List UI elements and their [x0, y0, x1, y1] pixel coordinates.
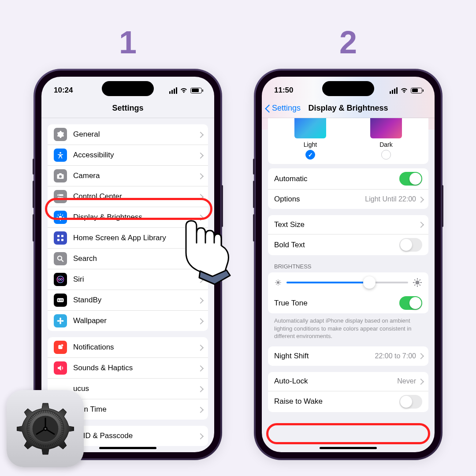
dynamic-island: [322, 81, 374, 96]
pointing-hand-icon: [168, 218, 234, 289]
chevron-right-icon: [198, 132, 202, 138]
settings-row-camera[interactable]: Camera: [48, 166, 208, 186]
chevron-right-icon: [198, 407, 202, 413]
dynamic-island: [102, 81, 154, 96]
settings-row-sounds-haptics[interactable]: Sounds & Haptics: [48, 358, 208, 379]
home-grid-icon: [54, 231, 67, 245]
toggle-automatic[interactable]: [399, 172, 422, 186]
svg-rect-14: [57, 235, 60, 237]
row-detail: Light Until 22:00: [365, 195, 416, 203]
page-title: Settings: [112, 104, 143, 113]
svg-line-79: [47, 444, 47, 447]
row-label: Raise to Wake: [274, 397, 399, 406]
row-label: ucus: [73, 384, 198, 393]
chevron-right-icon: [198, 152, 202, 158]
svg-point-30: [61, 344, 63, 346]
row-label: Sounds & Haptics: [73, 364, 198, 372]
svg-line-48: [420, 279, 420, 280]
gear-icon: [54, 128, 67, 141]
brightness-icon: [54, 211, 67, 224]
appearance-option-light[interactable]: Light: [272, 118, 348, 160]
svg-point-26: [60, 322, 61, 324]
row-label: Camera: [73, 171, 198, 180]
appearance-option-dark[interactable]: Dark: [348, 118, 424, 160]
row-label: Notifications: [73, 343, 198, 352]
row-label: StandBy: [73, 296, 198, 305]
toggle-bold-text[interactable]: [399, 238, 422, 252]
toggle-true-tone[interactable]: [399, 296, 422, 310]
svg-rect-17: [61, 239, 63, 241]
settings-row-wallpaper[interactable]: Wallpaper: [48, 311, 208, 331]
speaker-icon: [54, 361, 67, 375]
row-bold-text[interactable]: Bold Text: [268, 234, 428, 255]
svg-point-5: [59, 216, 62, 219]
settings-row-control-center[interactable]: Control Center: [48, 186, 208, 207]
nav-bar: Settings Display & Brightness: [262, 99, 435, 118]
row-automatic[interactable]: Automatic: [268, 168, 428, 190]
svg-point-0: [60, 152, 61, 154]
row-night-shift[interactable]: Night Shift22:00 to 7:00: [268, 346, 428, 366]
row-raise-to-wake[interactable]: Raise to Wake: [268, 391, 428, 412]
chevron-right-icon: [419, 353, 422, 359]
chevron-right-icon: [198, 386, 202, 392]
settings-row-standby[interactable]: 9:41StandBy: [48, 290, 208, 311]
svg-line-36: [276, 281, 277, 282]
clock: 11:50: [274, 86, 293, 95]
page-title: Display & Brightness: [308, 104, 388, 113]
svg-line-81: [43, 444, 44, 447]
true-tone-footer: Automatically adapt iPhone display based…: [262, 313, 435, 340]
svg-line-13: [62, 215, 63, 216]
sun-large-icon: [413, 278, 422, 287]
chevron-right-icon: [198, 194, 202, 200]
toggle-raise-to-wake[interactable]: [399, 395, 422, 409]
svg-point-2: [58, 195, 59, 196]
brightness-slider[interactable]: [286, 282, 408, 283]
row-true-tone[interactable]: True Tone: [268, 293, 428, 313]
row-label: Control Center: [73, 192, 198, 201]
appearance-picker: Light Dark: [268, 118, 428, 164]
svg-line-12: [58, 219, 59, 220]
step-number-1: 1: [119, 24, 137, 60]
chevron-left-icon: [265, 104, 271, 113]
row-label: Wallpaper: [73, 316, 198, 325]
row-label: Text Size: [274, 220, 419, 229]
chevron-right-icon: [419, 379, 422, 384]
back-button[interactable]: Settings: [265, 104, 301, 113]
settings-app-icon: [7, 390, 84, 467]
wifi-icon: [400, 88, 408, 93]
appearance-label: Dark: [348, 141, 424, 148]
chevron-right-icon: [198, 365, 202, 371]
search-icon: [54, 252, 67, 265]
row-label: Night Shift: [274, 352, 375, 361]
svg-line-37: [279, 284, 280, 285]
siri-icon: [54, 273, 67, 286]
row-label: Auto-Lock: [274, 377, 397, 386]
row-label: Automatic: [274, 175, 399, 183]
battery-icon: [190, 88, 202, 93]
row-text-size[interactable]: Text Size: [268, 215, 428, 234]
row-label: Bold Text: [274, 241, 399, 249]
standby-icon: 9:41: [54, 294, 67, 307]
signal-icon: [390, 87, 398, 94]
row-detail: 22:00 to 7:00: [375, 352, 416, 360]
light-thumbnail: [294, 118, 326, 138]
settings-row-notifications[interactable]: Notifications: [48, 337, 208, 358]
svg-point-31: [277, 281, 279, 284]
svg-line-51: [47, 410, 47, 413]
svg-rect-15: [61, 235, 63, 237]
settings-row-general[interactable]: General: [48, 124, 208, 145]
chevron-right-icon: [419, 197, 422, 202]
svg-line-64: [61, 427, 63, 427]
row-label: reen Time: [73, 405, 198, 414]
svg-line-47: [414, 285, 415, 286]
clock: 10:24: [54, 86, 73, 95]
row-options[interactable]: OptionsLight Until 22:00: [268, 190, 428, 209]
svg-point-27: [57, 320, 60, 322]
row-auto-lock[interactable]: Auto-LockNever: [268, 372, 428, 391]
step-number-2: 2: [339, 24, 357, 60]
svg-rect-16: [57, 239, 60, 241]
switches-icon: [54, 190, 67, 203]
settings-row-accessibility[interactable]: Accessibility: [48, 145, 208, 166]
highlight-raise-to-wake: [266, 423, 430, 444]
svg-point-116: [45, 428, 46, 430]
